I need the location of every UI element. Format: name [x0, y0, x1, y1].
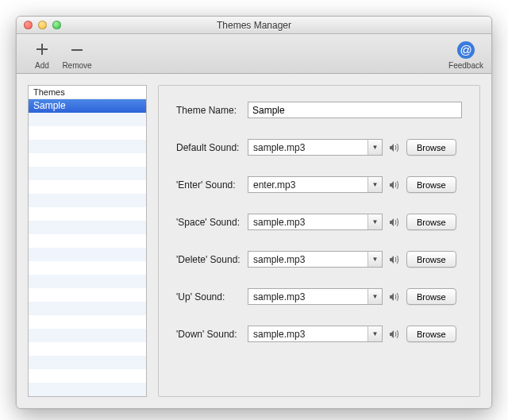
add-label: Add: [35, 61, 49, 70]
list-item[interactable]: [29, 342, 146, 356]
up-sound-combo[interactable]: sample.mp3 ▼: [248, 288, 383, 305]
default-sound-value: sample.mp3: [248, 142, 368, 153]
speaker-icon[interactable]: [387, 290, 402, 304]
minus-icon: [68, 39, 86, 61]
chevron-down-icon[interactable]: ▼: [368, 140, 382, 155]
chevron-down-icon[interactable]: ▼: [368, 289, 382, 304]
window-title: Themes Manager: [17, 20, 491, 31]
list-item[interactable]: [29, 234, 146, 248]
browse-button[interactable]: Browse: [406, 139, 456, 156]
theme-name-label: Theme Name:: [176, 105, 248, 116]
list-item[interactable]: [29, 383, 146, 396]
list-item[interactable]: [29, 261, 146, 275]
list-item[interactable]: [29, 248, 146, 261]
themes-list[interactable]: Sample: [29, 99, 146, 396]
default-sound-label: Default Sound:: [176, 142, 248, 153]
delete-sound-label: 'Delete' Sound:: [176, 254, 248, 265]
list-item[interactable]: [29, 329, 146, 342]
list-item[interactable]: [29, 167, 146, 180]
enter-sound-combo[interactable]: enter.mp3 ▼: [248, 176, 383, 193]
speaker-icon[interactable]: [387, 215, 402, 229]
svg-rect-0: [71, 49, 83, 51]
plus-icon: [33, 39, 51, 61]
enter-sound-label: 'Enter' Sound:: [176, 179, 248, 191]
enter-sound-value: enter.mp3: [248, 179, 368, 191]
browse-button[interactable]: Browse: [406, 176, 456, 193]
space-sound-row: 'Space' Sound: sample.mp3 ▼ Browse: [176, 214, 462, 230]
window: Themes Manager Add Remove @ Feedback: [16, 16, 492, 409]
down-sound-value: sample.mp3: [248, 329, 368, 340]
space-sound-combo[interactable]: sample.mp3 ▼: [248, 214, 383, 230]
theme-settings-panel: Theme Name: Default Sound: sample.mp3 ▼ …: [158, 85, 480, 397]
default-sound-row: Default Sound: sample.mp3 ▼ Browse: [176, 139, 462, 156]
list-item[interactable]: [29, 356, 146, 369]
chevron-down-icon[interactable]: ▼: [368, 252, 382, 267]
list-item[interactable]: [29, 221, 146, 234]
browse-button[interactable]: Browse: [406, 288, 456, 305]
delete-sound-row: 'Delete' Sound: sample.mp3 ▼ Browse: [176, 251, 462, 268]
titlebar: Themes Manager: [17, 17, 491, 34]
themes-sidebar: Themes Sample: [28, 85, 147, 397]
space-sound-value: sample.mp3: [248, 217, 368, 228]
speaker-icon[interactable]: [387, 252, 402, 267]
enter-sound-row: 'Enter' Sound: enter.mp3 ▼ Browse: [176, 176, 462, 193]
chevron-down-icon[interactable]: ▼: [368, 326, 382, 341]
remove-label: Remove: [62, 61, 91, 70]
delete-sound-combo[interactable]: sample.mp3 ▼: [248, 251, 383, 268]
chevron-down-icon[interactable]: ▼: [368, 214, 382, 229]
up-sound-row: 'Up' Sound: sample.mp3 ▼ Browse: [176, 288, 462, 305]
down-sound-combo[interactable]: sample.mp3 ▼: [248, 326, 383, 342]
feedback-label: Feedback: [448, 61, 483, 70]
browse-button[interactable]: Browse: [406, 214, 456, 230]
default-sound-combo[interactable]: sample.mp3 ▼: [248, 139, 383, 156]
list-item[interactable]: [29, 369, 146, 383]
list-item[interactable]: [29, 153, 146, 167]
list-item[interactable]: [29, 288, 146, 302]
down-sound-row: 'Down' Sound: sample.mp3 ▼ Browse: [176, 326, 462, 342]
at-icon: @: [456, 39, 475, 61]
list-item[interactable]: [29, 126, 146, 140]
space-sound-label: 'Space' Sound:: [176, 217, 248, 228]
list-item[interactable]: [29, 315, 146, 329]
theme-name-input[interactable]: [248, 102, 462, 118]
feedback-button[interactable]: @ Feedback: [448, 39, 483, 70]
speaker-icon[interactable]: [387, 141, 402, 155]
chevron-down-icon[interactable]: ▼: [368, 177, 382, 192]
sidebar-header: Themes: [29, 86, 146, 99]
add-button[interactable]: Add: [25, 39, 60, 70]
list-item[interactable]: Sample: [29, 99, 146, 113]
list-item[interactable]: [29, 140, 146, 153]
list-item[interactable]: [29, 207, 146, 221]
content: Themes Sample Theme Name: Default Sound:…: [17, 74, 491, 408]
speaker-icon[interactable]: [387, 327, 402, 341]
up-sound-label: 'Up' Sound:: [176, 291, 248, 302]
speaker-icon[interactable]: [387, 178, 402, 192]
up-sound-value: sample.mp3: [248, 291, 368, 302]
delete-sound-value: sample.mp3: [248, 254, 368, 265]
browse-button[interactable]: Browse: [406, 251, 456, 268]
svg-text:@: @: [460, 43, 471, 56]
down-sound-label: 'Down' Sound:: [176, 329, 248, 340]
list-item[interactable]: [29, 194, 146, 207]
list-item[interactable]: [29, 180, 146, 194]
theme-name-row: Theme Name:: [176, 102, 462, 118]
list-item[interactable]: [29, 113, 146, 126]
remove-button[interactable]: Remove: [60, 39, 94, 70]
list-item[interactable]: [29, 302, 146, 315]
list-item[interactable]: [29, 275, 146, 288]
toolbar: Add Remove @ Feedback: [17, 34, 491, 74]
browse-button[interactable]: Browse: [406, 326, 456, 342]
